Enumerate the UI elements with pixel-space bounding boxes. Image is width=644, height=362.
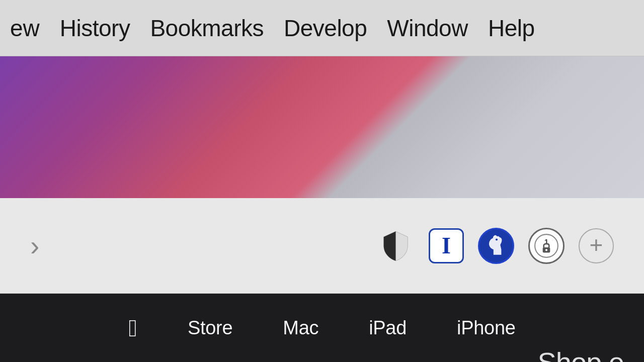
svg-point-0 [496, 238, 498, 240]
svg-point-4 [545, 249, 547, 251]
shop-text: Shop e [538, 346, 624, 363]
browser-content-area [0, 56, 644, 198]
apple-logo-icon[interactable]:  [128, 314, 137, 342]
nightowl-icon[interactable] [478, 228, 514, 264]
privacy-shield-icon[interactable] [377, 227, 415, 264]
instapaper-icon[interactable]: I [429, 228, 464, 263]
forward-button[interactable]: › [30, 230, 39, 262]
menu-item-view-partial[interactable]: ew [10, 15, 40, 42]
apple-nav-mac[interactable]: Mac [283, 317, 318, 339]
menu-item-develop[interactable]: Develop [284, 15, 367, 42]
toolbar-extensions: I 1 + [377, 227, 614, 264]
menu-item-bookmarks[interactable]: Bookmarks [150, 15, 264, 42]
apple-nav-ipad[interactable]: iPad [369, 317, 407, 339]
safari-toolbar: › I 1 [0, 198, 644, 294]
menu-item-help[interactable]: Help [488, 15, 535, 42]
add-extension-icon[interactable]: + [579, 228, 614, 263]
onepassword-icon[interactable]: 1 [528, 228, 565, 264]
menu-item-window[interactable]: Window [387, 15, 468, 42]
apple-nav-iphone[interactable]: iPhone [457, 317, 516, 339]
apple-nav-store[interactable]: Store [188, 317, 232, 339]
menu-item-history[interactable]: History [60, 15, 130, 42]
menu-bar: ew History Bookmarks Develop Window Help [0, 0, 644, 56]
